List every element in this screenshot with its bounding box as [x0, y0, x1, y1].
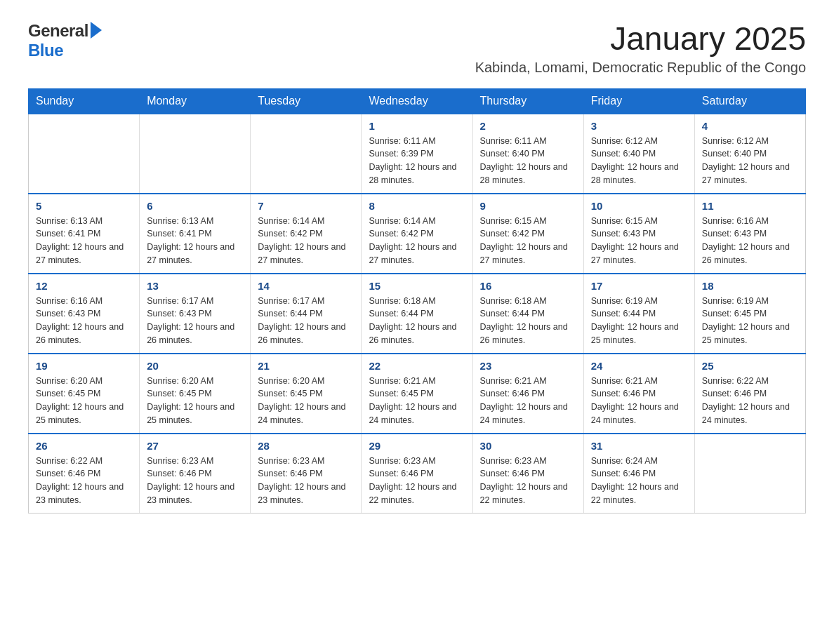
day-info: Sunrise: 6:23 AM Sunset: 6:46 PM Dayligh…	[369, 455, 465, 507]
subtitle: Kabinda, Lomami, Democratic Republic of …	[475, 60, 806, 76]
calendar-cell: 19Sunrise: 6:20 AM Sunset: 6:45 PM Dayli…	[29, 354, 140, 434]
calendar-cell: 30Sunrise: 6:23 AM Sunset: 6:46 PM Dayli…	[472, 434, 583, 514]
day-info: Sunrise: 6:21 AM Sunset: 6:46 PM Dayligh…	[480, 375, 576, 427]
day-number: 31	[591, 440, 687, 452]
day-number: 8	[369, 200, 465, 212]
calendar-cell: 28Sunrise: 6:23 AM Sunset: 6:46 PM Dayli…	[251, 434, 362, 514]
day-number: 22	[369, 360, 465, 372]
day-info: Sunrise: 6:24 AM Sunset: 6:46 PM Dayligh…	[591, 455, 687, 507]
day-info: Sunrise: 6:16 AM Sunset: 6:43 PM Dayligh…	[702, 215, 798, 267]
day-number: 25	[702, 360, 798, 372]
calendar-cell: 11Sunrise: 6:16 AM Sunset: 6:43 PM Dayli…	[694, 194, 805, 274]
logo-general-text: General	[28, 21, 88, 41]
day-number: 24	[591, 360, 687, 372]
day-info: Sunrise: 6:19 AM Sunset: 6:45 PM Dayligh…	[702, 295, 798, 347]
day-info: Sunrise: 6:11 AM Sunset: 6:39 PM Dayligh…	[369, 135, 465, 187]
day-info: Sunrise: 6:14 AM Sunset: 6:42 PM Dayligh…	[369, 215, 465, 267]
calendar-header-wednesday: Wednesday	[362, 88, 472, 114]
calendar-header-tuesday: Tuesday	[251, 88, 362, 114]
logo-triangle-icon	[91, 22, 102, 39]
calendar-week-2: 5Sunrise: 6:13 AM Sunset: 6:41 PM Daylig…	[29, 194, 806, 274]
page-header: General Blue January 2025 Kabinda, Lomam…	[28, 21, 806, 76]
day-info: Sunrise: 6:17 AM Sunset: 6:44 PM Dayligh…	[258, 295, 354, 347]
calendar-header-saturday: Saturday	[694, 88, 805, 114]
calendar-cell	[694, 434, 805, 514]
calendar-header-row: SundayMondayTuesdayWednesdayThursdayFrid…	[29, 88, 806, 114]
calendar-cell: 2Sunrise: 6:11 AM Sunset: 6:40 PM Daylig…	[472, 114, 583, 194]
day-number: 6	[147, 200, 243, 212]
day-info: Sunrise: 6:22 AM Sunset: 6:46 PM Dayligh…	[36, 455, 132, 507]
calendar-week-4: 19Sunrise: 6:20 AM Sunset: 6:45 PM Dayli…	[29, 354, 806, 434]
day-number: 11	[702, 200, 798, 212]
day-number: 9	[480, 200, 576, 212]
calendar-cell	[29, 114, 140, 194]
day-info: Sunrise: 6:15 AM Sunset: 6:43 PM Dayligh…	[591, 215, 687, 267]
calendar-table: SundayMondayTuesdayWednesdayThursdayFrid…	[28, 88, 806, 514]
day-number: 16	[480, 280, 576, 292]
day-info: Sunrise: 6:11 AM Sunset: 6:40 PM Dayligh…	[480, 135, 576, 187]
calendar-cell: 5Sunrise: 6:13 AM Sunset: 6:41 PM Daylig…	[29, 194, 140, 274]
day-info: Sunrise: 6:20 AM Sunset: 6:45 PM Dayligh…	[36, 375, 132, 427]
calendar-cell: 13Sunrise: 6:17 AM Sunset: 6:43 PM Dayli…	[140, 274, 251, 354]
day-number: 30	[480, 440, 576, 452]
title-section: January 2025 Kabinda, Lomami, Democratic…	[475, 21, 806, 76]
day-info: Sunrise: 6:21 AM Sunset: 6:45 PM Dayligh…	[369, 375, 465, 427]
day-info: Sunrise: 6:12 AM Sunset: 6:40 PM Dayligh…	[591, 135, 687, 187]
day-number: 15	[369, 280, 465, 292]
calendar-cell: 9Sunrise: 6:15 AM Sunset: 6:42 PM Daylig…	[472, 194, 583, 274]
day-info: Sunrise: 6:16 AM Sunset: 6:43 PM Dayligh…	[36, 295, 132, 347]
day-info: Sunrise: 6:17 AM Sunset: 6:43 PM Dayligh…	[147, 295, 243, 347]
day-info: Sunrise: 6:20 AM Sunset: 6:45 PM Dayligh…	[258, 375, 354, 427]
day-number: 7	[258, 200, 354, 212]
day-number: 20	[147, 360, 243, 372]
calendar-cell: 17Sunrise: 6:19 AM Sunset: 6:44 PM Dayli…	[583, 274, 694, 354]
day-number: 1	[369, 120, 465, 132]
day-info: Sunrise: 6:23 AM Sunset: 6:46 PM Dayligh…	[258, 455, 354, 507]
day-info: Sunrise: 6:23 AM Sunset: 6:46 PM Dayligh…	[480, 455, 576, 507]
day-info: Sunrise: 6:15 AM Sunset: 6:42 PM Dayligh…	[480, 215, 576, 267]
logo-blue-text: Blue	[28, 41, 63, 60]
calendar-cell: 14Sunrise: 6:17 AM Sunset: 6:44 PM Dayli…	[251, 274, 362, 354]
day-number: 27	[147, 440, 243, 452]
day-info: Sunrise: 6:21 AM Sunset: 6:46 PM Dayligh…	[591, 375, 687, 427]
calendar-cell: 7Sunrise: 6:14 AM Sunset: 6:42 PM Daylig…	[251, 194, 362, 274]
calendar-cell	[251, 114, 362, 194]
day-info: Sunrise: 6:13 AM Sunset: 6:41 PM Dayligh…	[36, 215, 132, 267]
calendar-cell: 10Sunrise: 6:15 AM Sunset: 6:43 PM Dayli…	[583, 194, 694, 274]
day-number: 12	[36, 280, 132, 292]
calendar-cell: 22Sunrise: 6:21 AM Sunset: 6:45 PM Dayli…	[362, 354, 472, 434]
day-number: 23	[480, 360, 576, 372]
day-number: 29	[369, 440, 465, 452]
day-number: 18	[702, 280, 798, 292]
calendar-cell: 3Sunrise: 6:12 AM Sunset: 6:40 PM Daylig…	[583, 114, 694, 194]
calendar-header-monday: Monday	[140, 88, 251, 114]
day-number: 4	[702, 120, 798, 132]
calendar-cell: 25Sunrise: 6:22 AM Sunset: 6:46 PM Dayli…	[694, 354, 805, 434]
calendar-cell: 24Sunrise: 6:21 AM Sunset: 6:46 PM Dayli…	[583, 354, 694, 434]
day-info: Sunrise: 6:23 AM Sunset: 6:46 PM Dayligh…	[147, 455, 243, 507]
day-number: 17	[591, 280, 687, 292]
day-info: Sunrise: 6:14 AM Sunset: 6:42 PM Dayligh…	[258, 215, 354, 267]
calendar-header-sunday: Sunday	[29, 88, 140, 114]
day-number: 2	[480, 120, 576, 132]
calendar-cell: 15Sunrise: 6:18 AM Sunset: 6:44 PM Dayli…	[362, 274, 472, 354]
calendar-cell: 6Sunrise: 6:13 AM Sunset: 6:41 PM Daylig…	[140, 194, 251, 274]
calendar-cell: 18Sunrise: 6:19 AM Sunset: 6:45 PM Dayli…	[694, 274, 805, 354]
calendar-cell: 31Sunrise: 6:24 AM Sunset: 6:46 PM Dayli…	[583, 434, 694, 514]
logo: General Blue	[28, 21, 102, 60]
day-number: 3	[591, 120, 687, 132]
calendar-cell: 26Sunrise: 6:22 AM Sunset: 6:46 PM Dayli…	[29, 434, 140, 514]
day-info: Sunrise: 6:18 AM Sunset: 6:44 PM Dayligh…	[369, 295, 465, 347]
calendar-week-3: 12Sunrise: 6:16 AM Sunset: 6:43 PM Dayli…	[29, 274, 806, 354]
day-info: Sunrise: 6:19 AM Sunset: 6:44 PM Dayligh…	[591, 295, 687, 347]
day-number: 5	[36, 200, 132, 212]
calendar-cell: 1Sunrise: 6:11 AM Sunset: 6:39 PM Daylig…	[362, 114, 472, 194]
calendar-cell: 20Sunrise: 6:20 AM Sunset: 6:45 PM Dayli…	[140, 354, 251, 434]
day-number: 28	[258, 440, 354, 452]
main-title: January 2025	[475, 21, 806, 57]
day-number: 19	[36, 360, 132, 372]
calendar-cell: 16Sunrise: 6:18 AM Sunset: 6:44 PM Dayli…	[472, 274, 583, 354]
calendar-cell: 21Sunrise: 6:20 AM Sunset: 6:45 PM Dayli…	[251, 354, 362, 434]
day-info: Sunrise: 6:22 AM Sunset: 6:46 PM Dayligh…	[702, 375, 798, 427]
calendar-week-5: 26Sunrise: 6:22 AM Sunset: 6:46 PM Dayli…	[29, 434, 806, 514]
